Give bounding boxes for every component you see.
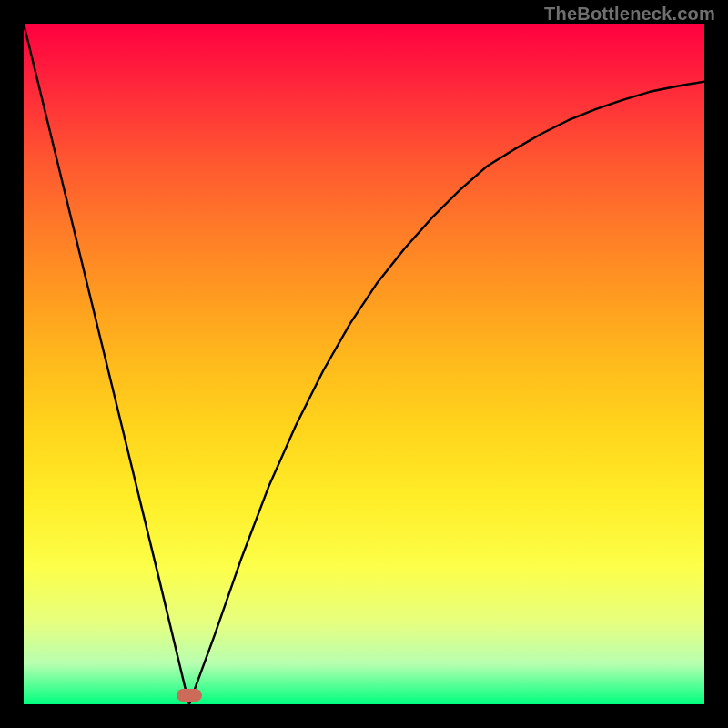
bottleneck-curve bbox=[24, 24, 704, 704]
attribution-text: TheBottleneck.com bbox=[544, 4, 715, 25]
optimum-marker bbox=[177, 689, 202, 702]
chart-frame: TheBottleneck.com bbox=[0, 0, 728, 728]
plot-area bbox=[24, 24, 704, 704]
